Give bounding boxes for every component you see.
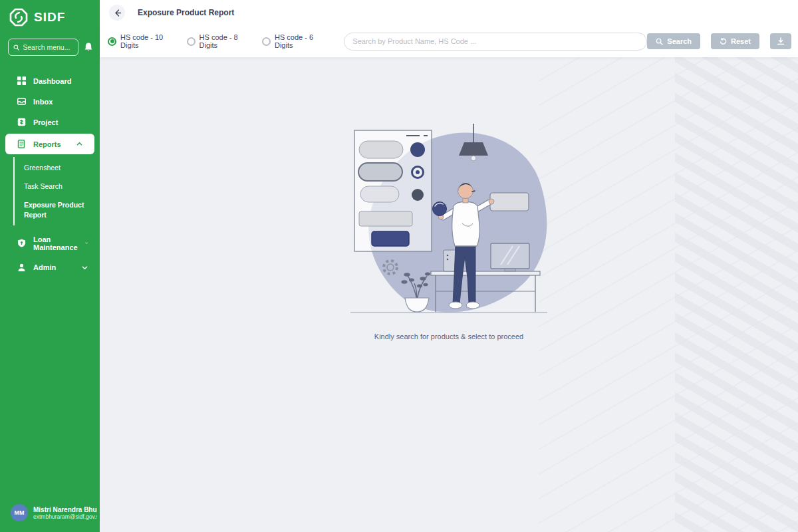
user-email: extmbhuraram@sidf.gov.sa (33, 513, 97, 520)
main-area: Exposure Product Report HS code - 10 Dig… (100, 0, 798, 532)
reports-submenu: Greensheet Task Search Exposure Product … (13, 157, 100, 225)
inbox-icon (17, 97, 26, 106)
user-profile[interactable]: MM Mistri Narendra Bhurara extmbhuraram@… (0, 500, 100, 525)
sidebar-item-label: Admin (33, 263, 56, 271)
toolbar-actions: Search Reset (647, 33, 791, 49)
radio-label: HS code - 6 Digits (275, 33, 323, 49)
avatar: MM (11, 504, 28, 521)
user-name: Mistri Narendra Bhurara (33, 506, 97, 513)
chevron-down-icon (82, 265, 88, 271)
download-icon (777, 37, 785, 45)
search-button-label: Search (667, 37, 692, 45)
chevron-pattern-thick (675, 57, 798, 532)
submenu-item-greensheet[interactable]: Greensheet (15, 158, 100, 177)
brand-name: SIDF (34, 10, 65, 25)
page-title: Exposure Product Report (138, 8, 234, 17)
back-arrow-icon (113, 9, 122, 17)
radio-icon (108, 37, 116, 46)
radio-icon (187, 37, 196, 46)
product-search-input[interactable] (344, 33, 647, 51)
sidebar-item-label: Inbox (33, 98, 53, 106)
reset-button[interactable]: Reset (711, 33, 759, 49)
empty-state-message: Kindly search for products & select to p… (339, 332, 559, 340)
chevron-down-icon (85, 240, 88, 246)
radio-hs-code-8-digits[interactable]: HS code - 8 Digits (187, 33, 248, 49)
notification-bell-icon[interactable] (84, 42, 93, 53)
radio-icon (262, 37, 271, 46)
sidebar-item-label: Project (33, 118, 58, 126)
sidebar-item-admin[interactable]: Admin (0, 257, 100, 278)
sidebar-search-input[interactable] (23, 43, 73, 51)
dashboard-grid-icon (17, 76, 26, 85)
brand: SIDF (0, 0, 100, 33)
sidebar: SIDF Dashboard Inbox Project Reports (0, 0, 100, 532)
submenu-item-task-search[interactable]: Task Search (15, 177, 100, 196)
sidebar-search[interactable] (8, 39, 78, 56)
empty-state-illustration (342, 124, 555, 323)
sidebar-item-dashboard[interactable]: Dashboard (0, 70, 100, 91)
sidebar-item-loan-maintenance[interactable]: Loan Maintenance (0, 229, 100, 257)
hs-code-radio-group: HS code - 10 Digits HS code - 8 Digits H… (108, 33, 323, 49)
sidebar-item-label: Reports (33, 140, 61, 148)
sidebar-item-label: Dashboard (33, 77, 71, 85)
submenu-item-exposure-product-report[interactable]: Exposure Product Report (15, 196, 100, 223)
sidf-logo-icon (9, 8, 28, 27)
search-button[interactable]: Search (647, 33, 700, 49)
project-icon (17, 118, 26, 126)
reset-icon (720, 38, 727, 45)
radio-hs-code-6-digits[interactable]: HS code - 6 Digits (262, 33, 323, 49)
shield-icon (17, 239, 26, 247)
page-header: Exposure Product Report (100, 0, 798, 25)
sidebar-nav: Dashboard Inbox Project Reports Greenshe… (0, 70, 100, 278)
radio-hs-code-10-digits[interactable]: HS code - 10 Digits (108, 33, 173, 49)
content-area: Kindly search for products & select to p… (100, 57, 798, 532)
radio-label: HS code - 10 Digits (120, 33, 173, 49)
sidebar-item-project[interactable]: Project (0, 112, 100, 132)
back-button[interactable] (109, 5, 125, 21)
filter-toolbar: HS code - 10 Digits HS code - 8 Digits H… (100, 25, 798, 57)
download-button[interactable] (770, 33, 791, 49)
search-icon (656, 38, 663, 45)
empty-state: Kindly search for products & select to p… (339, 124, 559, 340)
sidebar-item-reports[interactable]: Reports (5, 134, 94, 154)
reports-icon (17, 140, 26, 148)
chevron-up-icon (76, 141, 82, 147)
admin-user-icon (17, 263, 26, 272)
sidebar-item-label: Loan Maintenance (33, 235, 78, 251)
radio-label: HS code - 8 Digits (200, 33, 248, 49)
sidebar-item-inbox[interactable]: Inbox (0, 91, 100, 112)
reset-button-label: Reset (731, 37, 751, 45)
search-icon (13, 44, 19, 51)
